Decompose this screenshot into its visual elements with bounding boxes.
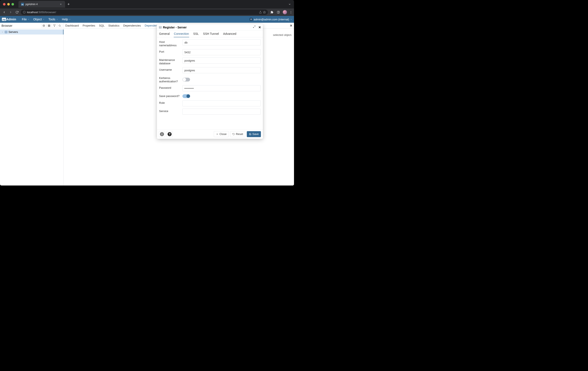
reset-icon — [232, 133, 235, 135]
chrome-dropdown-icon[interactable] — [288, 3, 291, 6]
reset-button[interactable]: Reset — [230, 131, 245, 137]
site-info-icon[interactable] — [23, 11, 26, 14]
close-button[interactable]: Close — [214, 131, 229, 137]
new-tab-button[interactable]: + — [67, 2, 70, 7]
port-label: Port — [159, 49, 180, 55]
server-icon — [159, 26, 162, 29]
browser-tab[interactable]: pg pgAdmin 4 ✕ — [19, 1, 65, 8]
extensions-icon[interactable] — [270, 11, 274, 14]
svg-rect-5 — [277, 11, 279, 13]
password-label: Password — [159, 85, 180, 91]
chevron-down-icon — [28, 19, 30, 20]
svg-rect-8 — [251, 19, 252, 19]
menu-object[interactable]: Object — [32, 16, 46, 23]
query-tool-button[interactable] — [42, 23, 46, 28]
sidebar-title: Browser — [1, 24, 41, 27]
password-input[interactable] — [182, 85, 261, 91]
main-hint: selected object. — [273, 33, 292, 37]
forward-button[interactable] — [8, 10, 13, 15]
tab-sql[interactable]: SQL — [99, 24, 105, 27]
menu-tools[interactable]: Tools — [46, 16, 60, 23]
svg-rect-25 — [159, 27, 161, 28]
main-panel: Dashboard Properties SQL Statistics Depe… — [64, 23, 294, 186]
savepw-toggle[interactable] — [182, 94, 190, 98]
svg-marker-17 — [53, 25, 56, 27]
dlg-tab-general[interactable]: General — [159, 31, 170, 37]
chevron-down-icon — [43, 19, 44, 20]
tab-statistics[interactable]: Statistics — [108, 24, 119, 27]
profile-avatar[interactable] — [283, 10, 287, 14]
bookmark-icon[interactable] — [263, 11, 266, 14]
runtime-icon — [250, 18, 253, 21]
tree-item-servers[interactable]: Servers — [0, 30, 64, 35]
svg-line-19 — [60, 26, 61, 27]
host-label: Host name/address — [159, 40, 180, 47]
svg-rect-12 — [48, 25, 50, 27]
dialog-close-icon[interactable]: ✕ — [258, 25, 261, 29]
panel-close-icon[interactable]: ✕ — [290, 24, 293, 28]
filter-rows-button[interactable] — [52, 23, 57, 28]
search-objects-button[interactable] — [57, 23, 62, 28]
svg-line-27 — [253, 27, 254, 28]
expand-icon[interactable] — [253, 25, 256, 29]
chrome-toolbar: localhost:5050/browser/ ⋮ — [0, 9, 294, 16]
back-button[interactable] — [2, 10, 7, 15]
service-label: Service — [159, 109, 180, 115]
chrome-menu-icon[interactable]: ⋮ — [290, 11, 292, 14]
menu-help[interactable]: Help — [60, 16, 73, 23]
save-icon — [249, 133, 251, 135]
register-server-dialog: Register - Server ✕ General Connection S… — [157, 24, 263, 139]
role-input[interactable] — [182, 100, 261, 106]
dlg-tab-ssl[interactable]: SSL — [193, 31, 199, 37]
logo-prefix: pg — [2, 18, 6, 21]
port-input[interactable] — [182, 49, 261, 55]
window-close-icon[interactable] — [3, 3, 6, 6]
host-input[interactable] — [182, 40, 261, 45]
share-icon[interactable] — [259, 11, 262, 14]
browser-sidebar: Browser Servers — [0, 23, 64, 186]
tab-close-icon[interactable]: ✕ — [59, 3, 63, 6]
svg-rect-9 — [251, 20, 251, 20]
pgadmin-logo[interactable]: pgAdmin — [2, 18, 16, 21]
reload-button[interactable] — [14, 10, 20, 15]
address-bar[interactable]: localhost:5050/browser/ — [21, 10, 268, 15]
svg-marker-4 — [263, 11, 266, 13]
view-data-button[interactable] — [47, 23, 52, 28]
dlg-tab-sshtunnel[interactable]: SSH Tunnel — [203, 31, 219, 37]
dlg-tab-advanced[interactable]: Advanced — [223, 31, 237, 37]
user-menu[interactable]: admin@admin.com (internal) — [250, 18, 292, 21]
sidepanel-icon[interactable] — [276, 11, 280, 14]
kerberos-label: Kerberos authentication? — [159, 76, 180, 83]
username-input[interactable] — [182, 67, 261, 73]
url-path: :5050/browser/ — [38, 11, 56, 14]
kerberos-toggle[interactable] — [182, 78, 190, 81]
close-icon — [216, 133, 219, 135]
url-host: localhost — [27, 11, 38, 14]
svg-line-26 — [254, 26, 255, 27]
save-button[interactable]: Save — [247, 131, 261, 137]
savepw-label: Save password? — [159, 94, 180, 98]
maintdb-label: Maintenance database — [159, 57, 180, 65]
dialog-title: Register - Server — [163, 26, 187, 29]
chevron-down-icon — [1, 31, 4, 33]
tab-dashboard[interactable]: Dashboard — [65, 24, 79, 27]
window-fullscreen-icon[interactable] — [11, 3, 14, 6]
role-label: Role — [159, 100, 180, 106]
menu-file[interactable]: File — [20, 16, 32, 23]
tree-item-label: Servers — [9, 30, 18, 34]
maintdb-input[interactable] — [182, 57, 261, 64]
chevron-down-icon — [290, 19, 292, 20]
window-minimize-icon[interactable] — [7, 3, 10, 6]
logo-text: Admin — [6, 18, 16, 21]
dlg-tab-connection[interactable]: Connection — [174, 31, 189, 37]
chrome-tabbar: pg pgAdmin 4 ✕ + — [0, 0, 294, 9]
help-button[interactable]: ? — [167, 131, 173, 137]
servers-icon — [5, 31, 7, 33]
tab-dependencies[interactable]: Dependencies — [123, 24, 141, 27]
svg-point-11 — [43, 25, 45, 25]
svg-rect-10 — [251, 20, 252, 20]
tab-properties[interactable]: Properties — [83, 24, 95, 27]
service-input[interactable] — [182, 109, 261, 115]
sql-info-button[interactable]: i — [159, 131, 165, 137]
username-label: Username — [159, 67, 180, 73]
